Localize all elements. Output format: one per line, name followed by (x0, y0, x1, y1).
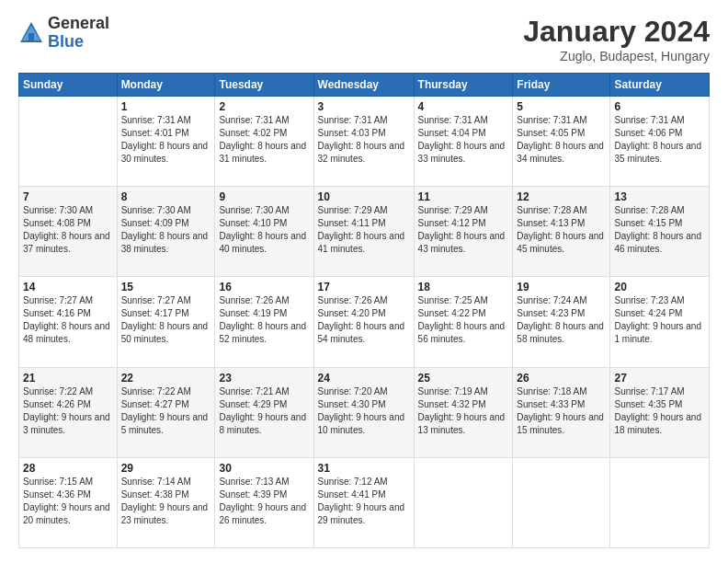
day-info: Sunrise: 7:25 AMSunset: 4:22 PMDaylight:… (418, 294, 509, 346)
calendar-cell: 5Sunrise: 7:31 AMSunset: 4:05 PMDaylight… (513, 97, 610, 187)
calendar-cell: 24Sunrise: 7:20 AMSunset: 4:30 PMDayligh… (313, 367, 414, 457)
day-number: 3 (318, 100, 410, 113)
day-number: 8 (121, 190, 211, 203)
day-number: 9 (219, 190, 309, 203)
day-number: 7 (23, 190, 113, 203)
day-number: 21 (23, 372, 113, 385)
day-info: Sunrise: 7:19 AMSunset: 4:32 PMDaylight:… (418, 385, 509, 437)
day-info: Sunrise: 7:29 AMSunset: 4:12 PMDaylight:… (418, 204, 509, 256)
week-row-2: 7Sunrise: 7:30 AMSunset: 4:08 PMDaylight… (19, 187, 710, 277)
calendar-cell (610, 457, 710, 547)
day-number: 31 (318, 462, 410, 475)
logo-blue: Blue (48, 33, 109, 52)
calendar-cell: 21Sunrise: 7:22 AMSunset: 4:26 PMDayligh… (19, 367, 118, 457)
day-number: 17 (318, 281, 410, 293)
day-number: 16 (219, 281, 309, 293)
calendar-cell: 7Sunrise: 7:30 AMSunset: 4:08 PMDaylight… (19, 187, 118, 277)
day-info: Sunrise: 7:31 AMSunset: 4:06 PMDaylight:… (614, 114, 705, 166)
column-header-sunday: Sunday (19, 74, 118, 97)
subtitle: Zuglo, Budapest, Hungary (523, 49, 710, 63)
day-info: Sunrise: 7:28 AMSunset: 4:13 PMDaylight:… (517, 204, 606, 256)
day-info: Sunrise: 7:17 AMSunset: 4:35 PMDaylight:… (614, 385, 705, 437)
day-info: Sunrise: 7:14 AMSunset: 4:38 PMDaylight:… (121, 476, 211, 527)
calendar-cell: 2Sunrise: 7:31 AMSunset: 4:02 PMDaylight… (215, 97, 313, 187)
day-info: Sunrise: 7:26 AMSunset: 4:19 PMDaylight:… (219, 294, 309, 346)
day-info: Sunrise: 7:31 AMSunset: 4:04 PMDaylight:… (418, 114, 509, 166)
day-info: Sunrise: 7:31 AMSunset: 4:03 PMDaylight:… (318, 114, 410, 166)
day-info: Sunrise: 7:21 AMSunset: 4:29 PMDaylight:… (219, 385, 309, 437)
day-number: 6 (614, 100, 705, 113)
day-number: 25 (418, 372, 509, 385)
day-number: 15 (121, 281, 211, 293)
calendar-cell: 14Sunrise: 7:27 AMSunset: 4:16 PMDayligh… (19, 277, 118, 367)
calendar-cell: 29Sunrise: 7:14 AMSunset: 4:38 PMDayligh… (117, 457, 215, 547)
day-number: 19 (517, 281, 606, 293)
column-header-friday: Friday (513, 74, 610, 97)
day-number: 29 (121, 462, 211, 475)
day-info: Sunrise: 7:30 AMSunset: 4:08 PMDaylight:… (23, 204, 113, 256)
week-row-4: 21Sunrise: 7:22 AMSunset: 4:26 PMDayligh… (19, 367, 710, 457)
calendar-cell: 26Sunrise: 7:18 AMSunset: 4:33 PMDayligh… (513, 367, 610, 457)
day-info: Sunrise: 7:31 AMSunset: 4:02 PMDaylight:… (219, 114, 309, 166)
calendar-cell: 8Sunrise: 7:30 AMSunset: 4:09 PMDaylight… (117, 187, 215, 277)
day-info: Sunrise: 7:28 AMSunset: 4:15 PMDaylight:… (614, 204, 705, 256)
calendar-cell: 28Sunrise: 7:15 AMSunset: 4:36 PMDayligh… (19, 457, 118, 547)
day-info: Sunrise: 7:22 AMSunset: 4:27 PMDaylight:… (121, 385, 211, 437)
column-header-tuesday: Tuesday (215, 74, 313, 97)
column-header-thursday: Thursday (414, 74, 513, 97)
calendar-cell: 17Sunrise: 7:26 AMSunset: 4:20 PMDayligh… (313, 277, 414, 367)
column-header-wednesday: Wednesday (313, 74, 414, 97)
calendar-cell: 30Sunrise: 7:13 AMSunset: 4:39 PMDayligh… (215, 457, 313, 547)
calendar-cell: 1Sunrise: 7:31 AMSunset: 4:01 PMDaylight… (117, 97, 215, 187)
day-number: 23 (219, 372, 309, 385)
calendar-cell: 6Sunrise: 7:31 AMSunset: 4:06 PMDaylight… (610, 97, 710, 187)
day-info: Sunrise: 7:18 AMSunset: 4:33 PMDaylight:… (517, 385, 606, 437)
calendar-cell: 9Sunrise: 7:30 AMSunset: 4:10 PMDaylight… (215, 187, 313, 277)
day-number: 18 (418, 281, 509, 293)
day-number: 12 (517, 190, 606, 203)
day-number: 27 (614, 372, 705, 385)
calendar-cell: 20Sunrise: 7:23 AMSunset: 4:24 PMDayligh… (610, 277, 710, 367)
calendar-cell (19, 97, 118, 187)
calendar-cell: 18Sunrise: 7:25 AMSunset: 4:22 PMDayligh… (414, 277, 513, 367)
calendar-cell: 27Sunrise: 7:17 AMSunset: 4:35 PMDayligh… (610, 367, 710, 457)
calendar-cell: 16Sunrise: 7:26 AMSunset: 4:19 PMDayligh… (215, 277, 313, 367)
calendar-header-row: SundayMondayTuesdayWednesdayThursdayFrid… (19, 74, 710, 97)
column-header-saturday: Saturday (610, 74, 710, 97)
calendar-cell: 15Sunrise: 7:27 AMSunset: 4:17 PMDayligh… (117, 277, 215, 367)
day-number: 2 (219, 100, 309, 113)
day-number: 28 (23, 462, 113, 475)
day-info: Sunrise: 7:27 AMSunset: 4:16 PMDaylight:… (23, 294, 113, 346)
logo: General Blue (18, 15, 109, 52)
day-info: Sunrise: 7:30 AMSunset: 4:09 PMDaylight:… (121, 204, 211, 256)
title-section: January 2024 Zuglo, Budapest, Hungary (523, 15, 710, 63)
day-info: Sunrise: 7:29 AMSunset: 4:11 PMDaylight:… (318, 204, 410, 256)
week-row-3: 14Sunrise: 7:27 AMSunset: 4:16 PMDayligh… (19, 277, 710, 367)
main-title: January 2024 (523, 15, 710, 49)
calendar-cell: 23Sunrise: 7:21 AMSunset: 4:29 PMDayligh… (215, 367, 313, 457)
day-info: Sunrise: 7:20 AMSunset: 4:30 PMDaylight:… (318, 385, 410, 437)
calendar-cell: 12Sunrise: 7:28 AMSunset: 4:13 PMDayligh… (513, 187, 610, 277)
day-info: Sunrise: 7:30 AMSunset: 4:10 PMDaylight:… (219, 204, 309, 256)
day-info: Sunrise: 7:24 AMSunset: 4:23 PMDaylight:… (517, 294, 606, 346)
day-number: 24 (318, 372, 410, 385)
day-info: Sunrise: 7:26 AMSunset: 4:20 PMDaylight:… (318, 294, 410, 346)
calendar-cell (414, 457, 513, 547)
calendar-cell: 10Sunrise: 7:29 AMSunset: 4:11 PMDayligh… (313, 187, 414, 277)
day-info: Sunrise: 7:27 AMSunset: 4:17 PMDaylight:… (121, 294, 211, 346)
day-number: 26 (517, 372, 606, 385)
calendar-cell: 4Sunrise: 7:31 AMSunset: 4:04 PMDaylight… (414, 97, 513, 187)
day-info: Sunrise: 7:22 AMSunset: 4:26 PMDaylight:… (23, 385, 113, 437)
day-number: 22 (121, 372, 211, 385)
calendar-cell: 11Sunrise: 7:29 AMSunset: 4:12 PMDayligh… (414, 187, 513, 277)
day-number: 11 (418, 190, 509, 203)
svg-rect-2 (28, 33, 34, 40)
calendar-cell (513, 457, 610, 547)
logo-icon (18, 20, 44, 46)
calendar-cell: 3Sunrise: 7:31 AMSunset: 4:03 PMDaylight… (313, 97, 414, 187)
day-number: 14 (23, 281, 113, 293)
page: General Blue January 2024 Zuglo, Budapes… (0, 0, 728, 563)
logo-text: General Blue (48, 15, 109, 52)
week-row-1: 1Sunrise: 7:31 AMSunset: 4:01 PMDaylight… (19, 97, 710, 187)
day-number: 1 (121, 100, 211, 113)
